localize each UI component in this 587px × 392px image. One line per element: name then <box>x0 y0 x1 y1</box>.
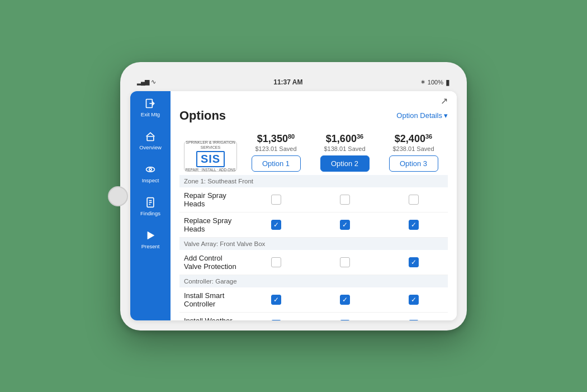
table-row: Add Control Valve Protection ✓ <box>179 250 448 275</box>
item-label: Add Control Valve Protection <box>179 250 242 275</box>
checkbox-checked-0-1-2[interactable]: ✓ <box>379 212 448 237</box>
checkbox-checked-0-1-1[interactable]: ✓ <box>310 212 379 237</box>
logo-top-text: SPRINKLER & IRRIGATION SERVICES <box>184 140 236 150</box>
checkbox-checked-2-0-2[interactable]: ✓ <box>379 287 448 313</box>
tablet-shell: ▂▄▆ ∿ 11:37 AM ∗ 100% ▮ Exit Mtg <box>120 62 467 330</box>
status-left: ▂▄▆ ∿ <box>137 78 156 86</box>
wifi-icon: ∿ <box>151 78 156 86</box>
checkbox-checked-2-0-1[interactable]: ✓ <box>310 287 379 313</box>
options-header-row: SPRINKLER & IRRIGATION SERVICES SIS REPA… <box>179 130 448 175</box>
logo-bottom-text: REPAIR · INSTALL · ADD-ONS <box>186 168 236 172</box>
options-table: SPRINKLER & IRRIGATION SERVICES SIS REPA… <box>179 130 448 320</box>
chevron-down-icon: ▾ <box>444 111 448 120</box>
options-table-body: Zone 1: Southeast Front Repair Spray Hea… <box>179 175 448 320</box>
table-row: Repair Spray Heads <box>179 187 448 212</box>
home-icon <box>145 131 156 142</box>
option2-header: $1,60036 $138.01 Saved Option 2 <box>310 130 379 175</box>
sidebar-item-overview[interactable]: Overview <box>130 124 171 157</box>
sidebar-item-exit[interactable]: Exit Mtg <box>130 91 171 124</box>
item-label: Install Smart Controller <box>179 287 242 313</box>
findings-label: Findings <box>140 210 160 216</box>
option1-header: $1,35080 $123.01 Saved Option 1 <box>242 130 310 175</box>
option2-button[interactable]: Option 2 <box>320 155 370 172</box>
checkbox-checked-2-1-0[interactable]: ✓ <box>242 312 310 320</box>
checkbox-checked-2-1-1[interactable]: ✓ <box>310 312 379 320</box>
checkbox-checked-0-1-0[interactable]: ✓ <box>242 212 310 237</box>
share-icon[interactable]: ↗ <box>441 96 448 106</box>
page-title: Options <box>179 108 226 123</box>
signal-icon: ▂▄▆ <box>137 78 149 86</box>
sidebar-item-present[interactable]: Present <box>130 223 171 256</box>
table-row: Install Smart Controller ✓ ✓ ✓ <box>179 287 448 313</box>
sidebar: Exit Mtg Overview Inspect <box>130 91 171 320</box>
table-row: Replace Spray Heads ✓ ✓ ✓ <box>179 212 448 237</box>
company-logo: SPRINKLER & IRRIGATION SERVICES SIS REPA… <box>184 141 237 172</box>
exit-label: Exit Mtg <box>141 111 160 117</box>
section-label: Zone 1: Southeast Front <box>179 175 448 187</box>
bluetooth-icon: ∗ <box>420 78 425 86</box>
checkbox-checked-2-1-2[interactable]: ✓ <box>379 312 448 320</box>
svg-rect-1 <box>147 136 154 141</box>
checkbox-unchecked-1-0-0[interactable] <box>242 250 310 275</box>
option1-button[interactable]: Option 1 <box>252 155 301 172</box>
eye-icon <box>145 164 156 175</box>
table-row: Install Weather Sensors ✓ ✓ ✓ <box>179 312 448 320</box>
page-header: Options Option Details ▾ <box>179 108 448 123</box>
checkbox-checked-2-0-0[interactable]: ✓ <box>242 287 310 313</box>
sidebar-item-inspect[interactable]: Inspect <box>130 157 171 190</box>
option-details-link[interactable]: Option Details ▾ <box>396 111 448 120</box>
item-label: Install Weather Sensors <box>179 312 242 320</box>
battery-label: 100% <box>428 79 443 86</box>
main-content: ↗ Options Option Details ▾ <box>171 91 457 320</box>
section-label: Controller: Garage <box>179 275 448 287</box>
status-bar: ▂▄▆ ∿ 11:37 AM ∗ 100% ▮ <box>130 78 457 87</box>
sidebar-item-findings[interactable]: Findings <box>130 190 171 223</box>
app-screen: Exit Mtg Overview Inspect <box>130 91 457 320</box>
content-area: Options Option Details ▾ SPRINKLER & IRR… <box>171 108 457 320</box>
svg-point-3 <box>149 168 152 170</box>
option3-price: $2,40036 <box>384 133 443 145</box>
option3-button[interactable]: Option 3 <box>389 155 438 172</box>
option3-header: $2,40036 $238.01 Saved Option 3 <box>379 130 448 175</box>
battery-icon: ▮ <box>446 78 450 87</box>
section-row-2: Controller: Garage <box>179 275 448 287</box>
option1-saved: $123.01 Saved <box>246 145 306 152</box>
section-row-0: Zone 1: Southeast Front <box>179 175 448 187</box>
logo-cell: SPRINKLER & IRRIGATION SERVICES SIS REPA… <box>179 130 242 175</box>
checkbox-unchecked-0-0-0[interactable] <box>242 187 310 212</box>
section-label: Valve Array: Front Valve Box <box>179 237 448 250</box>
checkbox-unchecked-0-0-1[interactable] <box>310 187 379 212</box>
item-label: Repair Spray Heads <box>179 187 242 212</box>
overview-label: Overview <box>139 144 162 150</box>
option2-price: $1,60036 <box>315 133 375 145</box>
option1-price: $1,35080 <box>246 133 306 145</box>
top-bar: ↗ <box>171 91 457 108</box>
exit-icon <box>145 98 156 109</box>
status-right: ∗ 100% ▮ <box>420 78 450 87</box>
option2-saved: $138.01 Saved <box>315 145 375 152</box>
svg-marker-8 <box>148 232 154 239</box>
option3-saved: $238.01 Saved <box>384 145 443 152</box>
present-label: Present <box>141 243 160 249</box>
present-icon <box>145 230 156 241</box>
item-label: Replace Spray Heads <box>179 212 242 237</box>
checkbox-unchecked-0-0-2[interactable] <box>379 187 448 212</box>
inspect-label: Inspect <box>142 177 159 183</box>
logo-initials: SIS <box>196 151 225 167</box>
findings-icon <box>145 197 156 208</box>
checkbox-checked-1-0-2[interactable]: ✓ <box>379 250 448 275</box>
checkbox-unchecked-1-0-1[interactable] <box>310 250 379 275</box>
section-row-1: Valve Array: Front Valve Box <box>179 237 448 250</box>
status-time: 11:37 AM <box>273 78 302 86</box>
